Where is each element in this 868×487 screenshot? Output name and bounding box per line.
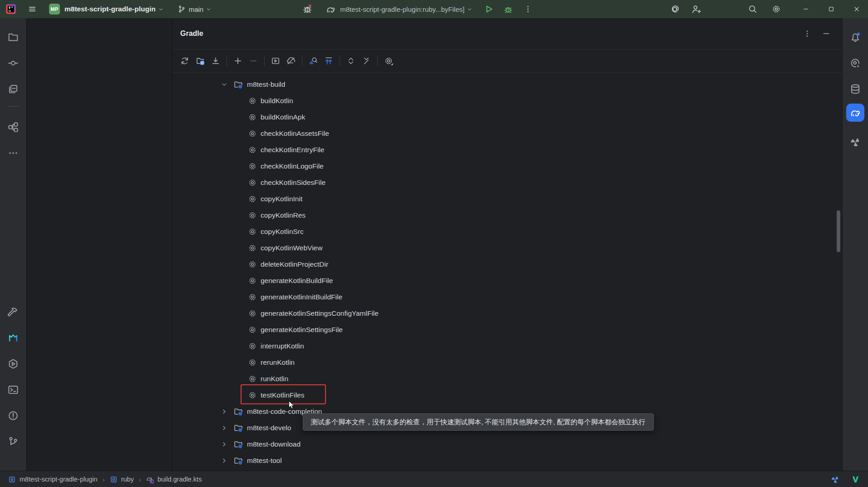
breadcrumb-item[interactable]: ruby [121, 476, 134, 483]
breadcrumb-item[interactable]: build.gradle.kts [158, 476, 202, 483]
tree-item-label: copyKotlinSrc [261, 228, 304, 236]
statusbar: m8test-script-gradle-plugin›ruby›build.g… [0, 471, 868, 487]
windows-icon[interactable] [8, 84, 19, 94]
build-icon[interactable] [8, 307, 19, 318]
services-icon[interactable] [8, 358, 19, 369]
run-config-name[interactable]: m8test-script-gradle-plugin:ruby...byFil… [340, 5, 464, 13]
project-name[interactable]: m8test-script-gradle-plugin [64, 5, 156, 13]
tree-task-deleteKotlinProjectDir[interactable]: deleteKotlinProjectDir [173, 256, 842, 273]
chevron-right-icon[interactable] [221, 457, 228, 464]
terminal-icon[interactable] [8, 384, 19, 395]
tree-item-label: generateKotlinInitBuildFile [261, 293, 342, 301]
toolbar-separator [340, 56, 340, 66]
tree-item-label: m8test-build [247, 80, 285, 89]
tree-task-copyKotlinWebView[interactable]: copyKotlinWebView [173, 240, 842, 256]
tree-module-m8test-build[interactable]: m8test-build [173, 76, 842, 93]
more-actions-icon[interactable] [524, 5, 532, 13]
tree-task-copyKotlinInit[interactable]: copyKotlinInit [173, 191, 842, 207]
chevron-right-icon[interactable] [221, 424, 228, 432]
task-gear-icon [248, 293, 256, 301]
tree-task-generateKotlinBuildFile[interactable]: generateKotlinBuildFile [173, 273, 842, 289]
chevron-right-icon[interactable] [221, 408, 228, 415]
plugin-colored-icon[interactable] [831, 475, 839, 484]
code-with-me-icon[interactable] [691, 5, 701, 14]
database-icon[interactable] [850, 84, 861, 94]
tree-module-m8test-download[interactable]: m8test-download [173, 436, 842, 452]
commit-icon[interactable] [8, 58, 19, 69]
m-plugin-icon[interactable] [8, 333, 19, 343]
task-gear-icon [248, 309, 256, 318]
branch-icon[interactable] [178, 5, 186, 13]
breadcrumb-item[interactable]: m8test-script-gradle-plugin [20, 476, 98, 483]
panel-options-icon[interactable] [803, 30, 811, 38]
tree-task-generateKotlinSettingsFile[interactable]: generateKotlinSettingsFile [173, 322, 842, 338]
sync-icon[interactable] [178, 55, 192, 67]
run-button[interactable] [484, 5, 493, 14]
run-task-icon[interactable] [269, 55, 282, 67]
tree-item-label: generateKotlinSettingsFile [261, 326, 343, 334]
main-menu-icon[interactable] [28, 5, 36, 13]
debug-button[interactable] [503, 5, 513, 14]
gradle-panel-title: Gradle [180, 30, 203, 38]
project-avatar[interactable]: MP [49, 4, 60, 15]
tree-task-interruptKotlin[interactable]: interruptKotlin [173, 338, 842, 354]
task-gear-icon [248, 326, 256, 334]
window-maximize-button[interactable] [828, 6, 834, 12]
download-sources-icon[interactable] [209, 55, 222, 67]
plugin-icon[interactable] [850, 137, 861, 148]
tree-task-testKotlinFiles[interactable]: testKotlinFiles [173, 387, 842, 403]
attach-project-icon[interactable] [193, 55, 207, 67]
expand-all-icon[interactable] [344, 55, 358, 67]
tree-task-buildKotlin[interactable]: buildKotlin [173, 93, 842, 109]
tree-item-label: runKotlin [261, 375, 288, 383]
bug-disabled-icon[interactable] [302, 4, 312, 14]
tree-task-buildKotlinApk[interactable]: buildKotlinApk [173, 109, 842, 125]
tree-task-checkKotlinSidesFile[interactable]: checkKotlinSidesFile [173, 174, 842, 191]
module-folder-icon [234, 407, 243, 416]
build-analyzer-icon[interactable] [306, 55, 320, 67]
gradle-run-config-icon [326, 5, 335, 14]
collapse-all-icon[interactable] [360, 55, 373, 67]
chevron-right-icon[interactable] [221, 441, 228, 448]
ai-chat-icon[interactable] [850, 58, 861, 69]
gradle-tool-window-button-selected[interactable] [846, 104, 864, 122]
tree-task-copyKotlinRes[interactable]: copyKotlinRes [173, 207, 842, 224]
tree-item-label: checkKotlinLogoFile [261, 162, 324, 170]
chevron-down-icon[interactable] [221, 81, 228, 88]
git-branch-icon[interactable] [8, 436, 19, 447]
search-everywhere-icon[interactable] [748, 5, 757, 14]
hide-panel-icon[interactable] [822, 30, 830, 38]
module-icon [110, 476, 118, 483]
vertical-scrollbar[interactable] [837, 210, 840, 252]
structure-icon[interactable] [8, 122, 19, 133]
tree-task-generateKotlinSettingsConfigYamlFile[interactable]: generateKotlinSettingsConfigYamlFile [173, 305, 842, 322]
window-close-button[interactable] [853, 6, 860, 12]
branch-name[interactable]: main [189, 5, 204, 13]
settings-icon[interactable] [772, 5, 781, 14]
toggle-offline-icon[interactable] [284, 55, 298, 67]
tree-module-m8test-tool[interactable]: m8test-tool [173, 452, 842, 469]
task-gear-icon [248, 97, 256, 105]
tree-task-runKotlin[interactable]: runKotlin [173, 371, 842, 387]
remove-icon[interactable] [247, 55, 260, 67]
tree-task-checkKotlinLogoFile[interactable]: checkKotlinLogoFile [173, 158, 842, 174]
more-icon[interactable] [8, 148, 19, 159]
task-description-tooltip: 测试多个脚本文件，没有太多的检查，用于快速测试脚本, 不能引用其他脚本文件, 配… [303, 413, 654, 431]
window-minimize-button[interactable] [803, 6, 809, 12]
tree-task-rerunKotlin[interactable]: rerunKotlin [173, 354, 842, 371]
tree-task-checkKotlinAssetsFile[interactable]: checkKotlinAssetsFile [173, 125, 842, 142]
ai-assistant-icon[interactable] [670, 5, 680, 14]
tree-task-checkKotlinEntryFile[interactable]: checkKotlinEntryFile [173, 142, 842, 158]
tree-task-generateKotlinInitBuildFile[interactable]: generateKotlinInitBuildFile [173, 289, 842, 305]
v-logo-icon[interactable] [851, 475, 860, 484]
right-toolbar-rail [842, 18, 868, 471]
rail-divider [7, 106, 19, 107]
mouse-cursor [288, 401, 295, 410]
problems-icon[interactable] [8, 410, 19, 421]
add-icon[interactable] [231, 55, 245, 67]
settings-icon[interactable] [382, 55, 395, 67]
project-icon[interactable] [8, 32, 19, 43]
tree-task-copyKotlinSrc[interactable]: copyKotlinSrc [173, 224, 842, 240]
notifications-icon[interactable] [850, 32, 861, 43]
dependency-updates-icon[interactable] [322, 55, 335, 67]
